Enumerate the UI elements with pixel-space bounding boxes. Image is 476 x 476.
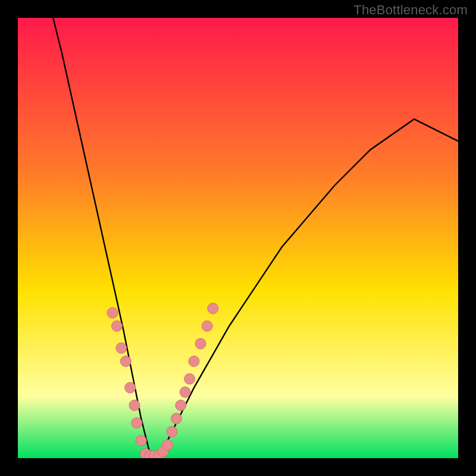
marker-dot — [195, 339, 206, 349]
marker-dot — [208, 303, 218, 314]
watermark-text: TheBottleneck.com — [353, 2, 468, 18]
chart-frame: TheBottleneck.com — [0, 0, 476, 476]
marker-dot — [107, 308, 118, 318]
marker-dot — [162, 440, 173, 450]
marker-dot — [116, 343, 127, 353]
marker-dot — [136, 435, 146, 446]
marker-dot — [120, 356, 131, 367]
marker-dot — [171, 413, 181, 424]
marker-dot — [167, 427, 177, 437]
marker-dot — [125, 383, 136, 393]
marker-dot — [112, 321, 123, 331]
marker-dot — [129, 400, 140, 411]
marker-dot — [176, 400, 186, 411]
marker-dot — [131, 418, 142, 428]
marker-dot — [180, 387, 190, 397]
marker-dot — [189, 356, 199, 367]
chart-svg — [18, 18, 458, 458]
gradient-background — [18, 18, 458, 458]
marker-dot — [184, 374, 195, 384]
marker-dot — [202, 321, 212, 331]
